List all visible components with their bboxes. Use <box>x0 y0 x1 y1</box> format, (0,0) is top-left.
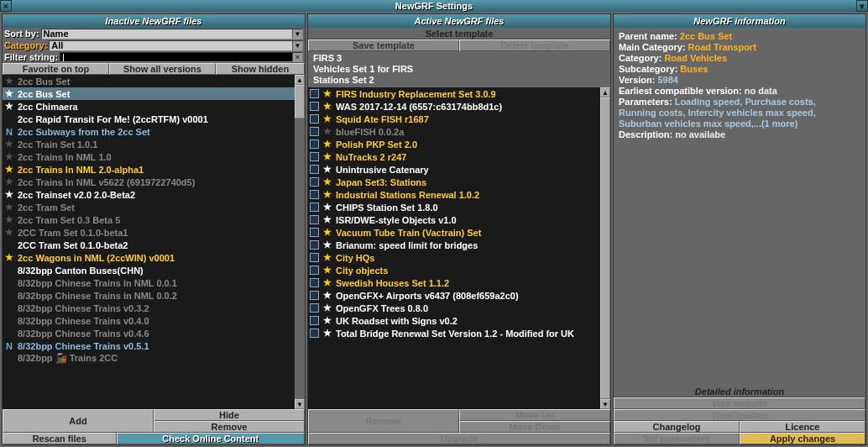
list-item[interactable]: ★2cc Tram Set <box>3 201 295 213</box>
list-item[interactable]: ★2cc Chimaera <box>3 100 295 113</box>
list-item[interactable]: 8/32bpp Chinese Trains v0.4.6 <box>3 327 295 339</box>
list-item[interactable]: ★WAS 2017-12-14 (6557:c63174bb8d1c) <box>308 100 600 113</box>
scroll-up-icon[interactable]: ▲ <box>600 87 610 97</box>
list-item[interactable]: ★FIRS Industry Replacement Set 3.0.9 <box>308 87 600 100</box>
rescan-button[interactable]: Rescan files <box>3 433 117 444</box>
list-item[interactable]: ★2cc Wagons in NML (2ccWIN) v0001 <box>3 251 295 264</box>
list-item[interactable]: ★2cc Trains In NML 1.0 <box>3 150 295 163</box>
list-item[interactable]: ★2cc Trains In NML 2.0-alpha1 <box>3 163 295 176</box>
list-item[interactable]: ★2CC Tram Set 0.1.0-beta1 <box>3 226 295 239</box>
licence-button[interactable]: Licence <box>740 421 865 433</box>
move-up-button[interactable]: Move Up <box>459 409 610 421</box>
scrollbar[interactable]: ▲ ▼ <box>600 87 610 409</box>
list-item[interactable]: ★Polish PKP Set 2.0 <box>308 138 600 150</box>
list-item[interactable]: ★CHIPS Station Set 1.8.0 <box>308 201 600 213</box>
set-parameters-button[interactable]: Set parameters <box>614 433 740 444</box>
list-item[interactable]: 2cc Rapid Transit For Me! (2ccRTFM) v000… <box>3 113 295 125</box>
remove-button[interactable]: Remove <box>154 421 305 433</box>
checkbox-icon[interactable] <box>310 165 319 174</box>
list-item[interactable]: ★2cc Tram Set 0.3 Beta 5 <box>3 213 295 226</box>
delete-template-button[interactable]: Delete template <box>459 39 610 51</box>
scroll-down-icon[interactable]: ▼ <box>600 399 610 409</box>
checkbox-icon[interactable] <box>310 190 319 199</box>
checkbox-icon[interactable] <box>310 329 319 338</box>
list-item[interactable]: ★2cc Trainset v2.0 2.0-Beta2 <box>3 188 295 201</box>
list-item[interactable]: ★Japan Set3: Stations <box>308 176 600 188</box>
clear-icon[interactable]: × <box>292 53 302 61</box>
list-item[interactable]: ★Unintrusive Catenary <box>308 163 600 176</box>
list-item[interactable]: N2cc Subways from the 2cc Set <box>3 125 295 138</box>
checkbox-icon[interactable] <box>310 291 319 300</box>
checkbox-icon[interactable] <box>310 303 319 313</box>
category-dropdown[interactable]: All ▼ <box>49 40 303 51</box>
list-item[interactable]: ★blueFISH 0.0.2a <box>308 125 600 138</box>
list-item[interactable]: N8/32bpp Chinese Trains v0.5.1 <box>3 339 295 352</box>
checkbox-icon[interactable] <box>310 266 319 275</box>
checkbox-icon[interactable] <box>310 278 319 287</box>
checkbox-icon[interactable] <box>310 139 319 149</box>
list-item[interactable]: ★City objects <box>308 264 600 276</box>
show-hidden-button[interactable]: Show hidden <box>216 63 305 75</box>
list-item[interactable]: ★OpenGFX+ Airports v6437 (808ef659a2c0) <box>308 289 600 302</box>
favorite-on-top-button[interactable]: Favorite on top <box>3 63 109 75</box>
list-item[interactable]: 8/32bpp 🚂 Trains 2CC <box>3 352 295 365</box>
active-list[interactable]: ★FIRS Industry Replacement Set 3.0.9★WAS… <box>308 87 610 409</box>
checkbox-icon[interactable] <box>310 316 319 325</box>
list-item[interactable]: 8/32bpp Chinese Trains in NML 0.0.1 <box>3 276 295 289</box>
checkbox-icon[interactable] <box>310 114 319 124</box>
move-down-button[interactable]: Move Down <box>459 421 610 433</box>
list-item-label: Japan Set3: Stations <box>336 177 426 187</box>
list-item[interactable]: ★2cc Trains In NML v5622 (6919722740d5) <box>3 176 295 188</box>
list-item[interactable]: ★Industrial Stations Renewal 1.0.2 <box>308 188 600 201</box>
list-item[interactable]: ★Squid Ate FISH r1687 <box>308 113 600 125</box>
close-button[interactable]: × <box>0 0 12 12</box>
sort-dropdown[interactable]: Name ▼ <box>41 29 303 39</box>
checkbox-icon[interactable] <box>310 102 319 111</box>
star-icon: ★ <box>322 253 332 262</box>
list-item[interactable]: ★ISR/DWE-style Objects v1.0 <box>308 213 600 226</box>
checkbox-icon[interactable] <box>310 202 319 212</box>
list-item[interactable]: ★2cc Bus Set <box>3 87 295 100</box>
checkbox-icon[interactable] <box>310 177 319 187</box>
show-all-versions-button[interactable]: Show all versions <box>109 63 216 75</box>
save-template-button[interactable]: Save template <box>308 39 459 51</box>
add-button[interactable]: Add <box>3 409 154 433</box>
list-item[interactable]: ★Swedish Houses Set 1.1.2 <box>308 276 600 289</box>
list-item[interactable]: 8/32bpp Chinese Trains v0.4.0 <box>3 314 295 327</box>
changelog-button[interactable]: Changelog <box>614 421 740 433</box>
inactive-list[interactable]: ★2cc Bus Set★2cc Bus Set★2cc Chimaera2cc… <box>3 75 305 409</box>
shade-button[interactable]: ▾ <box>856 0 868 12</box>
scroll-down-icon[interactable]: ▼ <box>295 399 305 409</box>
visit-website-button[interactable]: Visit website <box>614 397 865 409</box>
checkbox-icon[interactable] <box>310 89 319 98</box>
list-item[interactable]: ★UK Roadset with Signs v0.2 <box>308 314 600 327</box>
list-item[interactable]: ★OpenGFX Trees 0.8.0 <box>308 302 600 314</box>
checkbox-icon[interactable] <box>310 253 319 262</box>
list-item[interactable]: 8/32bpp Canton Buses(CHN) <box>3 264 295 276</box>
list-item[interactable]: 2CC Tram Set 0.1.0-beta2 <box>3 239 295 251</box>
list-item[interactable]: ★Brianum: speed limit for bridges <box>308 239 600 251</box>
check-online-button[interactable]: Check Online Content <box>117 433 306 444</box>
checkbox-icon[interactable] <box>310 228 319 237</box>
list-item[interactable]: ★NuTracks 2 r247 <box>308 150 600 163</box>
list-item[interactable]: ★City HQs <box>308 251 600 264</box>
list-item[interactable]: ★2cc Train Set 1.0.1 <box>3 138 295 150</box>
hide-button[interactable]: Hide <box>154 409 305 421</box>
checkbox-icon[interactable] <box>310 240 319 250</box>
list-item[interactable]: ★Vacuum Tube Train (Vactrain) Set <box>308 226 600 239</box>
scrollbar[interactable]: ▲ ▼ <box>295 75 305 409</box>
list-item[interactable]: 8/32bpp Chinese Trains in NML 0.0.2 <box>3 289 295 302</box>
filter-input[interactable]: × <box>60 52 303 62</box>
remove-active-button[interactable]: Remove <box>308 409 459 433</box>
upgrade-button[interactable]: Upgrade <box>308 433 610 444</box>
checkbox-icon[interactable] <box>310 215 319 224</box>
select-template-button[interactable]: Select template <box>308 28 610 39</box>
scroll-up-icon[interactable]: ▲ <box>295 75 305 85</box>
view-readme-button[interactable]: View readme <box>614 409 865 421</box>
list-item[interactable]: ★2cc Bus Set <box>3 75 295 87</box>
list-item[interactable]: 8/32bpp Chinese Trains v0.3.2 <box>3 302 295 314</box>
list-item[interactable]: ★Total Bridge Renewal Set Version 1.2 - … <box>308 327 600 339</box>
checkbox-icon[interactable] <box>310 152 319 161</box>
apply-changes-button[interactable]: Apply changes <box>740 433 865 444</box>
checkbox-icon[interactable] <box>310 127 319 136</box>
